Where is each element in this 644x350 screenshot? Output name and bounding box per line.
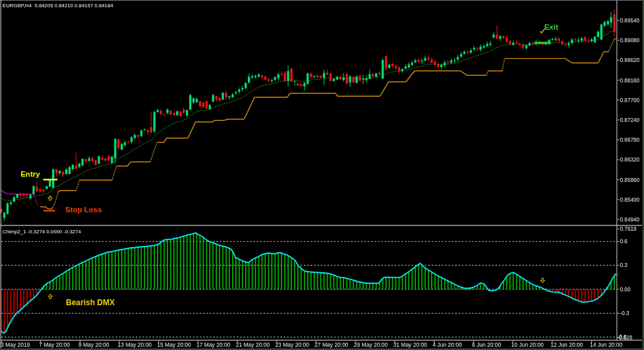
svg-text:-0.628: -0.628 <box>617 335 633 341</box>
svg-text:6 Jun 20:00: 6 Jun 20:00 <box>472 341 502 348</box>
svg-text:3 May 2019: 3 May 2019 <box>1 341 30 348</box>
svg-text:0.87240: 0.87240 <box>620 117 640 123</box>
svg-text:0.88620: 0.88620 <box>620 57 640 63</box>
svg-text:0.3: 0.3 <box>620 262 628 268</box>
svg-text:0.7619: 0.7619 <box>620 226 637 232</box>
svg-text:0.00: 0.00 <box>620 287 631 293</box>
svg-text:Bearish DMX: Bearish DMX <box>66 298 115 307</box>
svg-text:0.84940: 0.84940 <box>620 217 640 223</box>
svg-text:12 Jun 20:00: 12 Jun 20:00 <box>550 341 583 348</box>
svg-text:Exit: Exit <box>544 23 558 31</box>
svg-text:17 May 20:00: 17 May 20:00 <box>196 341 231 348</box>
svg-text:Chimp2_1 -0.3274 0.0000 -0.327: Chimp2_1 -0.3274 0.0000 -0.3274 <box>3 229 81 235</box>
svg-text:0.88160: 0.88160 <box>620 78 640 84</box>
svg-text:0.86320: 0.86320 <box>620 157 640 163</box>
svg-text:14 Jun 20:00: 14 Jun 20:00 <box>590 341 622 348</box>
svg-text:21 May 20:00: 21 May 20:00 <box>236 341 270 348</box>
svg-text:9 May 20:00: 9 May 20:00 <box>78 341 109 348</box>
svg-text:0.89540: 0.89540 <box>620 18 640 24</box>
svg-text:0.86780: 0.86780 <box>620 137 640 143</box>
svg-text:7 May 20:00: 7 May 20:00 <box>39 341 70 348</box>
svg-text:0.85860: 0.85860 <box>620 177 640 183</box>
svg-text:0.6: 0.6 <box>620 239 628 245</box>
svg-text:Stop Loss: Stop Loss <box>65 206 102 214</box>
svg-text:31 May 20:00: 31 May 20:00 <box>394 341 428 348</box>
svg-text:29 May 20:00: 29 May 20:00 <box>354 341 388 348</box>
svg-text:13 May 20:00: 13 May 20:00 <box>118 341 152 348</box>
svg-text:27 May 20:00: 27 May 20:00 <box>314 341 349 348</box>
svg-text:0.85400: 0.85400 <box>620 197 640 203</box>
svg-text:-0.3: -0.3 <box>620 310 630 316</box>
svg-text:Entry: Entry <box>20 170 40 178</box>
svg-text:15 May 20:00: 15 May 20:00 <box>157 341 191 348</box>
svg-text:4 Jun 20:00: 4 Jun 20:00 <box>432 341 462 348</box>
svg-text:23 May 20:00: 23 May 20:00 <box>275 341 309 348</box>
svg-text:EURGBP,H4 0.84205 0.84210 0.8: EURGBP,H4 0.84205 0.84210 0.84157 0.8418… <box>3 3 113 9</box>
svg-text:0.87700: 0.87700 <box>620 98 640 103</box>
svg-text:0.89080: 0.89080 <box>620 38 640 44</box>
svg-text:10 Jun 20:00: 10 Jun 20:00 <box>512 341 544 348</box>
